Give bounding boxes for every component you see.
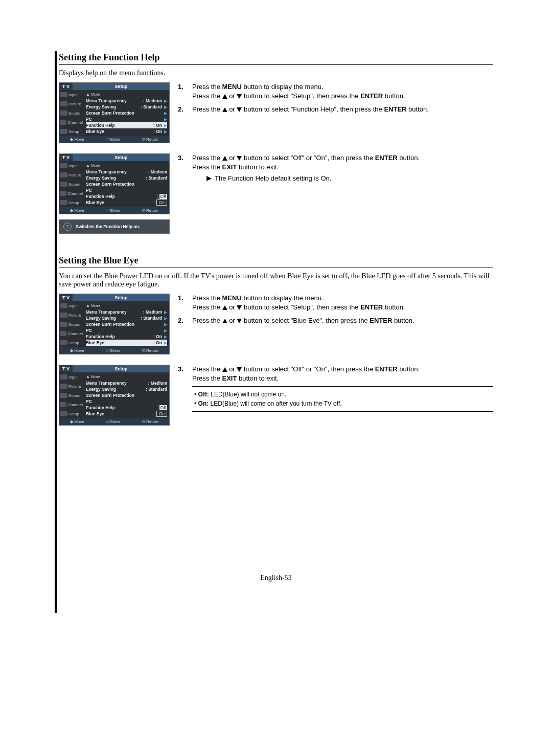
step-3: 3. Press the or button to select "Off" o… bbox=[178, 365, 493, 412]
osd-panel: T V Setup Input Picture Sound Channel Se… bbox=[59, 153, 170, 214]
step-1: 1. Press the MENU button to display the … bbox=[178, 294, 493, 312]
pointer-icon bbox=[206, 176, 212, 181]
up-icon bbox=[222, 156, 227, 161]
down-icon bbox=[237, 367, 242, 372]
down-icon bbox=[237, 305, 242, 310]
section-intro: Displays help on the menu functions. bbox=[59, 69, 493, 77]
up-icon bbox=[222, 319, 227, 323]
osd-sidebar: Input Picture Sound Channel Setup bbox=[59, 90, 84, 136]
up-icon bbox=[222, 305, 227, 310]
osd-row-blue-eye-highlight: Blue Eye: On▶ bbox=[86, 340, 167, 346]
option-on: On bbox=[156, 199, 167, 206]
section-title-blue-eye: Setting the Blue Eye bbox=[59, 254, 493, 268]
sound-icon bbox=[60, 110, 67, 116]
osd-panel: T V Setup Input Picture Sound Channel Se… bbox=[59, 82, 170, 143]
up-icon bbox=[222, 367, 227, 372]
down-icon bbox=[237, 94, 242, 99]
section-title-function-help: Setting the Function Help bbox=[59, 51, 493, 65]
osd-help-bar: ? Switches the Function Help on. bbox=[59, 219, 170, 234]
help-icon: ? bbox=[63, 223, 72, 231]
note: The Function Help default setting is On. bbox=[206, 174, 493, 183]
up-icon bbox=[222, 107, 227, 112]
definition-box: • Off: LED(Blue) will not come on. • On:… bbox=[192, 386, 493, 412]
osd-title: Setup bbox=[73, 83, 169, 90]
option-on: On bbox=[156, 411, 167, 417]
step-2: 2. Press the or button to select "Blue E… bbox=[178, 316, 493, 325]
option-off: Off bbox=[159, 405, 167, 410]
down-icon bbox=[237, 156, 242, 161]
option-off: Off bbox=[159, 194, 167, 199]
up-icon bbox=[222, 94, 227, 99]
osd-panel: T V Setup Input Picture Sound Channel Se… bbox=[59, 294, 170, 354]
step-1: 1. Press the MENU button to display the … bbox=[178, 82, 493, 101]
osd-panel: T V Setup Input Picture Sound Channel Se… bbox=[59, 365, 170, 426]
osd-footer: ◆ Move ⏎ Enter ⟲ Return bbox=[59, 136, 169, 143]
page-number: English-52 bbox=[59, 574, 493, 613]
osd-row-function-help-highlight: Function Help: On▶ bbox=[86, 122, 167, 128]
step-3: 3. Press the or button to select "Off" o… bbox=[178, 153, 493, 184]
osd-tv-label: T V bbox=[59, 83, 73, 90]
input-icon bbox=[60, 92, 67, 97]
down-icon bbox=[237, 319, 242, 323]
picture-icon bbox=[60, 101, 67, 106]
channel-icon bbox=[60, 120, 66, 125]
section-intro: You can set the Blue Power LED on or off… bbox=[59, 272, 493, 288]
step-2: 2. Press the or button to select "Functi… bbox=[178, 105, 493, 114]
osd-more: ▲ More bbox=[86, 92, 167, 98]
setup-icon bbox=[60, 129, 67, 134]
down-icon bbox=[237, 107, 242, 112]
